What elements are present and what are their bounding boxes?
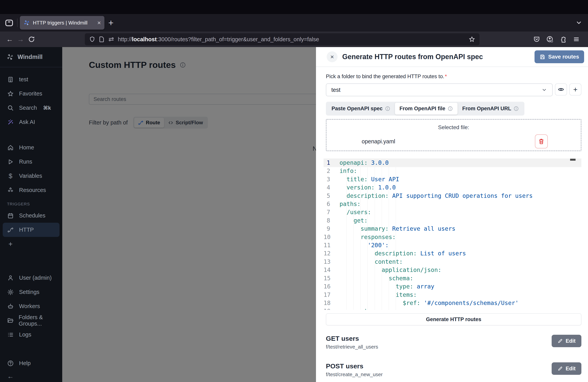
- reload-button[interactable]: [26, 34, 37, 45]
- robot-icon: [7, 303, 14, 310]
- sidebar-item-schedules[interactable]: Schedules: [0, 209, 62, 223]
- search-icon: [7, 105, 14, 111]
- url-bar[interactable]: http://localhost:3000/routes?filter_path…: [85, 33, 480, 45]
- route-name: POST users: [326, 362, 552, 370]
- tab-from-openapi-url[interactable]: From OpenAPI URL: [458, 103, 524, 115]
- list-icon: [7, 331, 14, 338]
- code-line: 18 $ref: '#/components/schemas/User': [324, 299, 581, 307]
- info-icon[interactable]: [385, 106, 390, 111]
- divider: [17, 19, 18, 27]
- selected-file-dropzone[interactable]: Selected file: openapi.yaml: [326, 119, 581, 151]
- sidebar-item-resources[interactable]: Resources: [0, 183, 62, 197]
- sidebar-item-search[interactable]: Search ⌘k: [0, 101, 62, 115]
- plus-icon: +: [573, 86, 578, 93]
- sidebar-item-http[interactable]: HTTP: [3, 223, 60, 237]
- editor-scrollbar-thumb[interactable]: [570, 159, 576, 161]
- shield-icon[interactable]: [89, 36, 95, 42]
- code-line: 7 /users:: [324, 208, 581, 216]
- route-card-get: GET users f/test/retrieve_all_users Edit: [326, 335, 581, 350]
- drawer-title: Generate HTTP routes from OpenAPI spec: [342, 53, 530, 61]
- route-icon: [7, 227, 14, 233]
- sidebar-item-home[interactable]: Home: [0, 140, 62, 155]
- tab-close-icon[interactable]: ×: [97, 20, 101, 26]
- pocket-icon[interactable]: [532, 34, 542, 44]
- menu-icon[interactable]: [571, 34, 581, 44]
- new-tab-button[interactable]: +: [108, 18, 114, 27]
- required-asterisk: *: [445, 74, 447, 79]
- sidebar-item-workspace[interactable]: test: [0, 72, 62, 86]
- code-line: 15 schema:: [324, 274, 581, 282]
- code-line: 6paths:: [324, 200, 581, 208]
- openapi-code-editor[interactable]: 1openapi: 3.0.02info:3 title: User API4 …: [324, 159, 581, 310]
- code-line: 1openapi: 3.0.0: [324, 159, 581, 167]
- account-icon[interactable]: [545, 34, 555, 44]
- code-lines: 1openapi: 3.0.02info:3 title: User API4 …: [324, 159, 581, 310]
- bookmark-star-icon[interactable]: [469, 36, 475, 42]
- play-icon: [7, 159, 14, 165]
- page-info-icon[interactable]: [99, 36, 105, 42]
- tab-paste-openapi-spec[interactable]: Paste OpenAPI spec: [327, 103, 395, 115]
- selected-file-label: Selected file:: [326, 124, 581, 130]
- url-text[interactable]: http://localhost:3000/routes?filter_path…: [118, 36, 465, 42]
- folder-select-value: test: [331, 87, 541, 93]
- info-icon[interactable]: [514, 106, 519, 111]
- tab-from-openapi-file[interactable]: From OpenAPI file: [395, 103, 458, 115]
- cubes-icon: [7, 187, 14, 193]
- folder-icon: [7, 317, 14, 324]
- indent-guide: [346, 167, 347, 310]
- sidebar-item-user[interactable]: User (admin): [0, 271, 62, 285]
- selected-file-name: openapi.yaml: [362, 138, 535, 145]
- back-button[interactable]: ←: [4, 34, 15, 45]
- info-icon[interactable]: [448, 106, 453, 111]
- sidebar-item-folders-groups[interactable]: Folders & Groups...: [0, 313, 62, 328]
- pencil-icon: [557, 366, 563, 371]
- sidebar-item-help[interactable]: Help: [0, 356, 62, 370]
- person-icon: [7, 275, 14, 281]
- remove-file-button[interactable]: [535, 134, 548, 149]
- save-routes-button[interactable]: Save routes: [535, 50, 584, 63]
- save-icon: [540, 54, 546, 60]
- browser-tab-strip: HTTP triggers | Windmill × +: [0, 14, 588, 32]
- arrow-left-icon: ←: [7, 372, 14, 380]
- sidebar-item-runs[interactable]: Runs: [0, 155, 62, 169]
- add-folder-button[interactable]: +: [569, 84, 581, 95]
- sidebar-item-variables[interactable]: $ Variables: [0, 169, 62, 183]
- code-line: 5 description: API supporting CRUD opera…: [324, 192, 581, 200]
- sidebar-item-ask-ai[interactable]: Ask AI: [0, 115, 62, 129]
- browser-toolbar: ← → http://localhost:3000/routes?filter_…: [0, 32, 588, 47]
- sidebar-add-trigger[interactable]: +: [0, 237, 62, 251]
- close-drawer-button[interactable]: ×: [327, 51, 337, 62]
- route-card-post: POST users f/test/create_a_new_user Edit: [326, 362, 581, 378]
- code-line: 10 responses:: [324, 233, 581, 241]
- edit-route-button[interactable]: Edit: [552, 335, 581, 347]
- plus-icon: +: [7, 240, 14, 248]
- folder-field-label: Pick a folder to bind the generated HTTP…: [326, 74, 581, 80]
- forward-button[interactable]: →: [15, 34, 26, 45]
- route-name: GET users: [326, 335, 552, 342]
- route-path: f/test/create_a_new_user: [326, 371, 552, 378]
- permissions-icon[interactable]: [108, 36, 114, 42]
- pencil-icon: [557, 338, 563, 344]
- view-folder-button[interactable]: [555, 84, 567, 95]
- generate-routes-button[interactable]: Generate HTTP routes: [326, 313, 581, 325]
- sidebar: Windmill test Favorites Search ⌘k Ask AI: [0, 47, 62, 382]
- eye-icon: [558, 86, 564, 93]
- extensions-icon[interactable]: [558, 34, 568, 44]
- browser-tab[interactable]: HTTP triggers | Windmill ×: [20, 16, 105, 30]
- folder-select[interactable]: test: [326, 84, 553, 96]
- help-icon: [7, 360, 14, 367]
- sidebar-item-favorites[interactable]: Favorites: [0, 86, 62, 101]
- code-line: 19 post:: [324, 307, 581, 310]
- code-line: 9 summary: Retrieve all users: [324, 225, 581, 233]
- code-line: 13 content:: [324, 258, 581, 266]
- home-icon: [7, 144, 14, 151]
- sidebar-item-workers[interactable]: Workers: [0, 299, 62, 313]
- sidebar-logo[interactable]: Windmill: [0, 47, 62, 67]
- firefox-view-icon[interactable]: [3, 17, 16, 29]
- triggers-section-label: TRIGGERS: [0, 201, 62, 207]
- edit-route-button[interactable]: Edit: [552, 362, 581, 375]
- sidebar-item-settings[interactable]: Settings: [0, 285, 62, 299]
- tab-list-chevron-icon[interactable]: [576, 20, 582, 26]
- sidebar-collapse-button[interactable]: ←: [0, 370, 62, 382]
- sidebar-item-logs[interactable]: Logs: [0, 328, 62, 342]
